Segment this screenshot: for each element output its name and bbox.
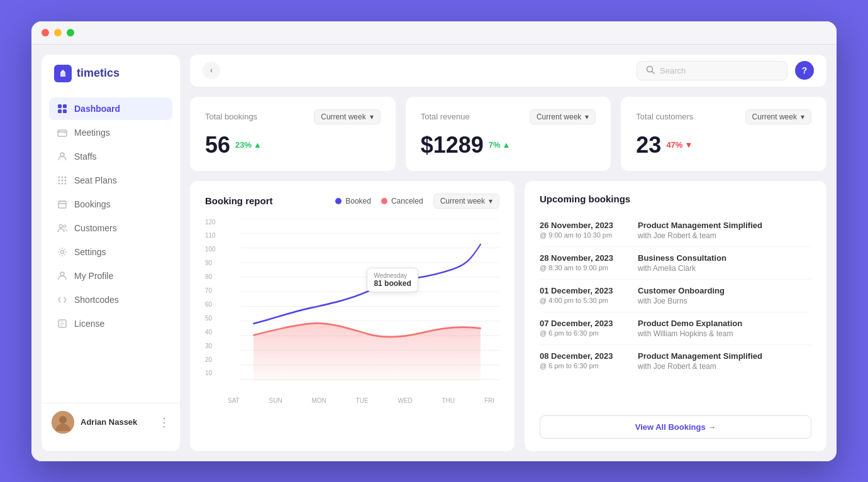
stat-card-total-bookings: Total bookings Current week ▾ 56 23% ▲	[190, 97, 396, 171]
app-body: timetics Dashboard	[31, 45, 837, 461]
bookings-icon	[57, 199, 68, 210]
license-icon	[57, 318, 68, 329]
chart-period-selector[interactable]: Current week ▾	[433, 194, 499, 209]
search-icon	[646, 65, 655, 76]
booking-event: Product Demo Explanation	[638, 319, 811, 328]
app-window: timetics Dashboard	[31, 21, 837, 461]
period-selector-bookings[interactable]: Current week ▾	[314, 109, 380, 124]
chart-area: 1201101009080 70605040302010	[205, 219, 499, 395]
svg-point-9	[62, 176, 64, 178]
sidebar-item-seat-plans-label: Seat Plans	[74, 175, 117, 185]
booking-time: @ 4:00 pm to 5:30 pm	[540, 297, 628, 304]
svg-point-18	[60, 224, 63, 227]
booking-time: @ 9:00 am to 10:30 pm	[540, 231, 628, 239]
sidebar-item-bookings-label: Bookings	[74, 199, 111, 209]
chevron-down-icon: ▾	[801, 112, 804, 121]
period-selector-revenue[interactable]: Current week ▾	[530, 109, 596, 124]
svg-point-7	[60, 153, 64, 156]
list-item: 26 November, 2023 @ 9:00 am to 10:30 pm …	[540, 214, 811, 247]
booking-date: 07 December, 2023	[540, 319, 628, 328]
logo-text: timetics	[77, 67, 120, 80]
booked-dot	[335, 198, 342, 204]
sidebar-item-shortcodes[interactable]: Shortcodes	[49, 288, 172, 311]
chart-legend: Booked Canceled Current week ▾	[335, 194, 499, 209]
svg-point-39	[411, 273, 418, 283]
legend-canceled: Canceled	[381, 197, 423, 205]
upcoming-title: Upcoming bookings	[540, 194, 811, 204]
sidebar-item-customers[interactable]: Customers	[49, 217, 172, 239]
sidebar-item-settings[interactable]: Settings	[49, 241, 172, 263]
shortcodes-icon	[57, 294, 68, 305]
stat-change-revenue: 7% ▲	[489, 140, 511, 150]
logo-icon	[54, 65, 72, 82]
stat-value-bookings: 56 23% ▲	[205, 132, 381, 158]
view-all-bookings-button[interactable]: View All Bookings →	[540, 415, 811, 439]
chart-svg	[205, 219, 499, 395]
booking-with: with Joe Robert & team	[638, 231, 811, 240]
main-content: ‹ Search ?	[190, 55, 826, 451]
sidebar-item-seat-plans[interactable]: Seat Plans	[49, 169, 172, 192]
sidebar-item-bookings[interactable]: Bookings	[49, 193, 172, 216]
svg-rect-6	[65, 131, 66, 133]
maximize-button[interactable]	[67, 29, 74, 36]
meetings-icon	[57, 127, 68, 138]
booking-time: @ 8:30 am to 9:00 pm	[540, 264, 628, 271]
my-profile-icon	[57, 270, 68, 282]
sidebar-item-staffs[interactable]: Staffs	[49, 145, 172, 168]
booking-date: 01 December, 2023	[540, 286, 628, 295]
sidebar-item-customers-label: Customers	[74, 223, 117, 233]
stat-value-revenue: $1289 7% ▲	[421, 132, 596, 158]
topbar: ‹ Search ?	[190, 55, 826, 87]
sidebar-item-shortcodes-label: Shortcodes	[74, 295, 119, 305]
chevron-down-icon: ▾	[370, 112, 374, 121]
svg-rect-4	[58, 130, 67, 136]
chevron-down-icon: ▾	[489, 197, 492, 205]
user-menu-button[interactable]: ⋮	[159, 415, 170, 429]
minimize-button[interactable]	[54, 29, 62, 36]
sidebar-item-license-label: License	[74, 319, 104, 329]
search-bar[interactable]: Search	[637, 61, 787, 80]
booking-with: with Joe Burns	[638, 297, 811, 305]
svg-rect-1	[63, 104, 67, 108]
stat-change-customers: 47% ▼	[666, 140, 693, 150]
sidebar-item-dashboard[interactable]: Dashboard	[49, 97, 172, 120]
svg-rect-0	[58, 104, 62, 108]
titlebar	[31, 21, 837, 45]
booking-date: 28 November, 2023	[540, 253, 628, 263]
svg-point-21	[60, 272, 64, 276]
svg-point-20	[61, 250, 64, 253]
arrow-up-icon: ▲	[253, 140, 262, 150]
close-button[interactable]	[42, 29, 49, 36]
svg-rect-2	[58, 109, 62, 113]
stat-card-total-revenue: Total revenue Current week ▾ $1289 7% ▲	[406, 97, 611, 171]
svg-point-10	[65, 176, 67, 178]
sidebar-item-settings-label: Settings	[74, 247, 106, 257]
chart-card: Booking report Booked Canceled	[190, 181, 515, 451]
sidebar-item-meetings[interactable]: Meetings	[49, 121, 172, 144]
svg-point-12	[62, 179, 64, 181]
booking-with: with Amelia Clark	[638, 264, 811, 273]
bottom-row: Booking report Booked Canceled	[190, 181, 826, 451]
svg-point-16	[65, 182, 67, 184]
sidebar-item-meetings-label: Meetings	[74, 128, 110, 138]
booking-event: Business Consultation	[638, 253, 811, 263]
sidebar-item-license[interactable]: License	[49, 312, 172, 335]
upcoming-bookings-card: Upcoming bookings 26 November, 2023 @ 9:…	[525, 181, 826, 451]
sidebar-item-my-profile-label: My Profile	[74, 271, 113, 281]
arrow-down-icon: ▼	[684, 140, 693, 150]
period-selector-customers[interactable]: Current week ▾	[745, 109, 811, 124]
svg-point-24	[59, 416, 67, 424]
help-button[interactable]: ?	[795, 61, 814, 80]
stat-label-revenue: Total revenue	[421, 112, 470, 121]
collapse-sidebar-button[interactable]: ‹	[203, 62, 220, 79]
list-item: 28 November, 2023 @ 8:30 am to 9:00 pm B…	[540, 247, 811, 280]
legend-booked-label: Booked	[345, 197, 371, 205]
canceled-dot	[381, 198, 387, 204]
svg-point-14	[58, 182, 60, 184]
sidebar-item-staffs-label: Staffs	[74, 151, 97, 162]
sidebar-item-my-profile[interactable]: My Profile	[49, 265, 172, 287]
svg-point-15	[62, 182, 64, 184]
customers-icon	[57, 222, 68, 234]
booking-event: Product Management Simplified	[638, 351, 811, 361]
search-input-placeholder: Search	[660, 66, 686, 75]
